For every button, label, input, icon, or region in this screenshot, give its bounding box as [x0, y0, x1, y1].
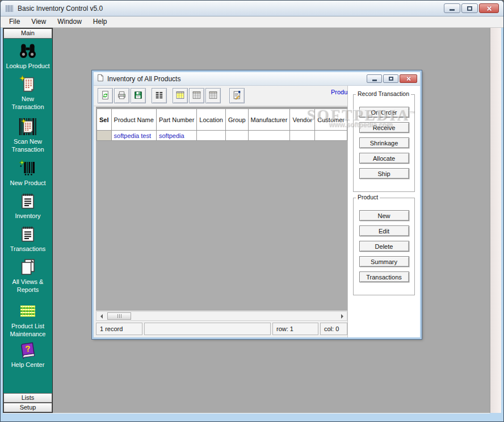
shrinkage-button[interactable]: Shrinkage	[359, 137, 409, 148]
grid-highlight-icon	[175, 90, 185, 102]
sidebar-item-inventory[interactable]: Inventory	[3, 192, 52, 220]
table-cell[interactable]	[97, 131, 112, 141]
sidebar-tab-lists[interactable]: Lists	[3, 393, 52, 403]
scroll-thumb[interactable]	[107, 312, 131, 320]
column-header-part-number[interactable]: Part Number	[156, 109, 196, 131]
properties-icon	[232, 90, 242, 102]
sidebar-item-label: New	[3, 95, 52, 103]
toolbar-grid-plain-button[interactable]	[189, 88, 204, 103]
horizontal-scrollbar[interactable]	[96, 311, 347, 321]
ship-button[interactable]: Ship	[359, 168, 409, 179]
status-record-count: 1 record	[96, 323, 142, 335]
table-cell[interactable]	[315, 131, 347, 141]
sidebar-item-label: Reports	[3, 286, 52, 294]
allocate-button[interactable]: Allocate	[359, 153, 409, 164]
column-header-product-name[interactable]: Product Name	[111, 109, 156, 131]
menu-item-help[interactable]: Help	[87, 16, 113, 27]
restore-icon	[467, 6, 472, 11]
sidebar-body: Lookup ProductNewTransactionScan NewTran…	[3, 39, 52, 393]
table-cell[interactable]	[248, 131, 290, 141]
table-cell[interactable]	[197, 131, 226, 141]
column-header-vendor[interactable]: Vendor	[290, 109, 315, 131]
restore-button[interactable]	[461, 3, 478, 13]
table-row[interactable]: softpedia testsoftpedia	[97, 131, 347, 141]
transactions-button[interactable]: Transactions	[359, 271, 409, 282]
scroll-left-arrow[interactable]	[96, 312, 106, 320]
minimize-button[interactable]	[444, 3, 460, 13]
column-header-manufacturer[interactable]: Manufacturer	[248, 109, 290, 131]
delete-button[interactable]: Delete	[359, 241, 409, 252]
scan-transaction-icon	[19, 118, 37, 137]
main-window-controls	[443, 3, 499, 13]
column-header-customer[interactable]: Customer	[315, 109, 347, 131]
sidebar-item-label: Maintenance	[3, 331, 52, 339]
inventory-grid[interactable]: SelProduct NamePart NumberLocationGroupM…	[96, 107, 347, 311]
sidebar-item-all-views-reports[interactable]: All Views &Reports	[3, 258, 52, 294]
table-cell[interactable]	[290, 131, 315, 141]
sidebar-item-help-center[interactable]: ?Help Center	[3, 341, 52, 369]
toolbar-print-button[interactable]	[114, 88, 129, 103]
table-cell[interactable]	[225, 131, 248, 141]
close-icon	[406, 76, 411, 81]
receive-button[interactable]: Receive	[359, 122, 409, 133]
child-restore-button[interactable]	[383, 74, 398, 83]
application-window: Basic Inventory Control v5.0 FileViewWin…	[0, 0, 504, 422]
toolbar-properties-button[interactable]	[229, 88, 245, 103]
sidebar: Main Lookup ProductNewTransactionScan Ne…	[3, 28, 53, 413]
close-icon	[486, 6, 492, 11]
sidebar-item-transactions[interactable]: Transactions	[3, 225, 52, 253]
sidebar-item-lookup-product[interactable]: Lookup Product	[3, 42, 52, 70]
sidebar-item-label: Transaction	[3, 146, 52, 154]
main-window-title: Basic Inventory Control v5.0	[18, 5, 103, 12]
reports-icon	[19, 258, 37, 277]
child-close-button[interactable]	[400, 74, 417, 83]
sidebar-item-label: Scan New	[3, 138, 52, 146]
column-header-sel[interactable]: Sel	[97, 109, 112, 131]
column-header-location[interactable]: Location	[197, 109, 226, 131]
child-titlebar[interactable]: Inventory of All Products	[94, 72, 420, 86]
status-col-indicator: col: 0	[320, 323, 347, 335]
table-cell[interactable]: softpedia	[156, 131, 196, 141]
sidebar-item-label: Transactions	[3, 245, 52, 253]
sidebar-item-new-product[interactable]: New Product	[3, 159, 52, 187]
toolbar-grid-plain-button[interactable]	[205, 88, 221, 103]
action-panel: Record TransactionOn OrderReceiveShrinka…	[347, 86, 420, 337]
binoculars-icon	[19, 42, 37, 61]
column-header-group[interactable]: Group	[225, 109, 248, 131]
new-button[interactable]: New	[359, 210, 409, 221]
header-row: SelProduct NamePart NumberLocationGroupM…	[97, 109, 347, 131]
sidebar-item-label: Transaction	[3, 103, 52, 111]
toolbar-table-view-button[interactable]	[152, 88, 167, 103]
toolbar-grid-highlight-button[interactable]	[173, 88, 188, 103]
table-cell[interactable]: softpedia test	[111, 131, 156, 141]
sidebar-tab-main[interactable]: Main	[3, 28, 52, 39]
scroll-right-arrow[interactable]	[338, 312, 347, 320]
menu-item-file[interactable]: File	[3, 16, 26, 27]
transactions-icon	[19, 225, 37, 244]
sidebar-item-scan-new-transaction[interactable]: Scan NewTransaction	[3, 118, 52, 153]
sidebar-item-new-transaction[interactable]: NewTransaction	[3, 75, 52, 111]
toolbar-refresh-button[interactable]	[98, 88, 113, 103]
sidebar-item-product-list-maintenance[interactable]: Product ListMaintenance	[3, 302, 52, 338]
group-record-transaction: Record TransactionOn OrderReceiveShrinka…	[353, 94, 415, 192]
edit-button[interactable]: Edit	[359, 225, 409, 236]
main-titlebar[interactable]: Basic Inventory Control v5.0	[1, 1, 503, 16]
menu-item-window[interactable]: Window	[52, 16, 87, 27]
help-book-icon: ?	[19, 341, 37, 360]
client-area: Main Lookup ProductNewTransactionScan Ne…	[3, 28, 490, 413]
product-list-icon	[19, 302, 37, 321]
sidebar-tab-setup[interactable]: Setup	[3, 403, 52, 412]
sidebar-item-label: Inventory	[3, 212, 52, 220]
menu-item-view[interactable]: View	[26, 16, 52, 27]
refresh-icon	[100, 90, 110, 102]
close-button[interactable]	[479, 3, 499, 13]
child-window-body: Product SelProduct NamePart NumberLocati…	[94, 86, 420, 337]
print-icon	[117, 90, 127, 102]
toolbar-save-button[interactable]	[131, 88, 146, 103]
restore-icon	[389, 77, 393, 81]
status-row-indicator: row: 1	[272, 323, 318, 335]
child-minimize-button[interactable]	[367, 74, 382, 83]
summary-button[interactable]: Summary	[359, 256, 409, 267]
on-order-button[interactable]: On Order	[359, 107, 409, 118]
group-title: Record Transaction	[356, 90, 411, 97]
